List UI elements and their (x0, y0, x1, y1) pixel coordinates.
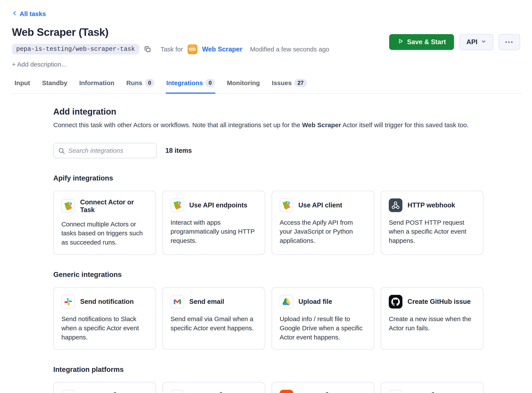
items-count: 18 items (165, 147, 192, 154)
external-link-icon (218, 391, 223, 393)
copy-icon[interactable] (144, 45, 152, 53)
card-title: Use API endpoints (189, 201, 247, 209)
tab-standby[interactable]: Standby (42, 78, 67, 94)
card-description: Access the Apify API from your JavaScrip… (280, 218, 366, 246)
actor-ws-icon: WS (187, 44, 197, 54)
keboola-icon (61, 390, 75, 393)
api-label: API (466, 38, 477, 46)
integration-section: Integration platforms Keboola Plug res (53, 365, 483, 393)
task-detail-page: All tasks Web Scraper (Task) pepa-is-tes… (0, 0, 532, 393)
tab-information[interactable]: Information (79, 78, 115, 94)
tab-label: Standby (42, 79, 67, 87)
tab-runs[interactable]: Runs 0 (126, 78, 155, 94)
card-title: Connect Actor or Task (80, 198, 148, 214)
save-and-start-label: Save & Start (407, 38, 446, 46)
slack-icon (61, 295, 75, 309)
tab-label: Issues (272, 79, 292, 87)
card-title: Upload file (298, 298, 332, 305)
add-integration-description: Connect this task with other Actors or w… (53, 120, 483, 130)
card-description: Send POST HTTP request when a specific A… (389, 218, 475, 246)
integration-card[interactable]: Airbyte Plug results from Actors into yo… (163, 382, 265, 393)
integration-card[interactable]: Keboola Plug results from Actors into yo… (53, 382, 156, 393)
integration-card[interactable]: Connect Actor or Task Connect multiple A… (53, 191, 156, 255)
card-description: Send notifications to Slack when a speci… (61, 314, 148, 342)
section-title: Generic integrations (53, 270, 483, 279)
tab-count-badge: 0 (206, 79, 215, 87)
play-icon (397, 38, 404, 46)
card-grid: Keboola Plug results from Actors into yo… (53, 382, 483, 393)
integration-card[interactable]: Send email Send email via Gmail when a s… (163, 287, 265, 350)
apify-icon (280, 198, 293, 212)
github-icon (389, 295, 403, 309)
external-link-icon (430, 391, 435, 393)
integration-card[interactable]: Use API endpoints Interact with apps pro… (163, 191, 265, 255)
card-title: HTTP webhook (407, 201, 455, 209)
tab-label: Input (14, 79, 30, 87)
back-link-label: All tasks (20, 10, 46, 18)
integration-card[interactable]: zapier Zapier Connect Apify Actors, key-… (272, 382, 374, 393)
add-integration-heading: Add integration (53, 107, 483, 117)
card-title: Use API client (298, 201, 342, 209)
tab-label: Information (79, 79, 115, 87)
google-drive-icon (280, 295, 293, 309)
more-actions-button[interactable]: ··· (499, 34, 520, 50)
task-for-label: Task for (160, 46, 183, 53)
tab-label: Runs (126, 79, 142, 87)
webhook-icon (389, 198, 403, 212)
tab-bar: Input Standby Information Runs 0 Integra… (12, 78, 521, 94)
description-text: Connect this task with other Actors or w… (53, 121, 302, 128)
tab-monitoring[interactable]: Monitoring (226, 78, 260, 94)
chevron-left-icon (12, 10, 18, 18)
integration-card[interactable]: Send notification Send notifications to … (53, 287, 156, 350)
task-path-badge: pepa-is-testing/web-scraper-task (12, 44, 139, 54)
integrations-panel: Add integration Connect this task with o… (53, 107, 483, 393)
card-description: Upload info / result file to Google Driv… (280, 314, 366, 342)
card-description: Create a new issue when the Actor run fa… (389, 314, 475, 333)
integration-card[interactable]: Upload file Upload info / result file to… (272, 287, 374, 350)
add-description-button[interactable]: + Add description... (12, 61, 521, 68)
card-description: Connect multiple Actors or tasks based o… (61, 220, 148, 247)
actor-badge-label: WS (189, 47, 196, 52)
chevron-down-icon (481, 38, 486, 46)
tab-label: Integrations (166, 79, 203, 87)
integration-section: Apify integrations Connect Actor or Task… (53, 174, 483, 255)
section-title: Integration platforms (53, 365, 483, 373)
description-bold-text: Web Scraper (302, 121, 341, 128)
zapier-icon: zapier (280, 390, 293, 393)
integration-section: Generic integrations Send notification S… (53, 270, 483, 350)
card-grid: Connect Actor or Task Connect multiple A… (53, 191, 483, 255)
card-grid: Send notification Send notifications to … (53, 287, 483, 350)
card-description: Interact with apps programmatically usin… (171, 218, 257, 246)
tab-count-badge: 0 (145, 79, 154, 87)
save-and-start-button[interactable]: Save & Start (389, 34, 454, 50)
gmail-icon (171, 295, 184, 309)
search-integrations-input[interactable] (53, 143, 157, 158)
tab-integrations[interactable]: Integrations 0 (166, 78, 215, 94)
integration-card[interactable]: HTTP webhook Send POST HTTP request when… (381, 191, 483, 255)
actor-link[interactable]: Web Scraper (202, 45, 242, 53)
apify-icon (61, 199, 75, 213)
tab-count-badge: 27 (294, 79, 307, 87)
api-dropdown-button[interactable]: API (460, 34, 493, 50)
ellipsis-icon: ··· (505, 38, 514, 46)
airbyte-icon (171, 390, 184, 393)
external-link-icon (112, 391, 117, 393)
tab-issues[interactable]: Issues 27 (271, 78, 307, 94)
card-description: Send email via Gmail when a specific Act… (171, 314, 257, 333)
make-icon (389, 390, 403, 393)
tab-input[interactable]: Input (14, 78, 30, 94)
integration-card[interactable]: Make Connect your Apify Actors with any … (381, 382, 483, 393)
external-link-icon (324, 391, 329, 393)
card-title: Send email (189, 298, 224, 305)
integration-card[interactable]: Create GitHub issue Create a new issue w… (381, 287, 483, 350)
section-title: Apify integrations (53, 174, 483, 182)
back-to-all-tasks-link[interactable]: All tasks (12, 10, 46, 18)
card-title: Send notification (80, 298, 134, 305)
tab-label: Monitoring (227, 79, 260, 87)
apify-icon (171, 198, 184, 212)
integration-card[interactable]: Use API client Access the Apify API from… (272, 191, 374, 255)
search-icon (58, 147, 65, 155)
card-title: Create GitHub issue (407, 298, 471, 305)
description-text: Actor itself will trigger for this saved… (341, 121, 469, 128)
modified-timestamp: Modified a few seconds ago (250, 46, 329, 53)
